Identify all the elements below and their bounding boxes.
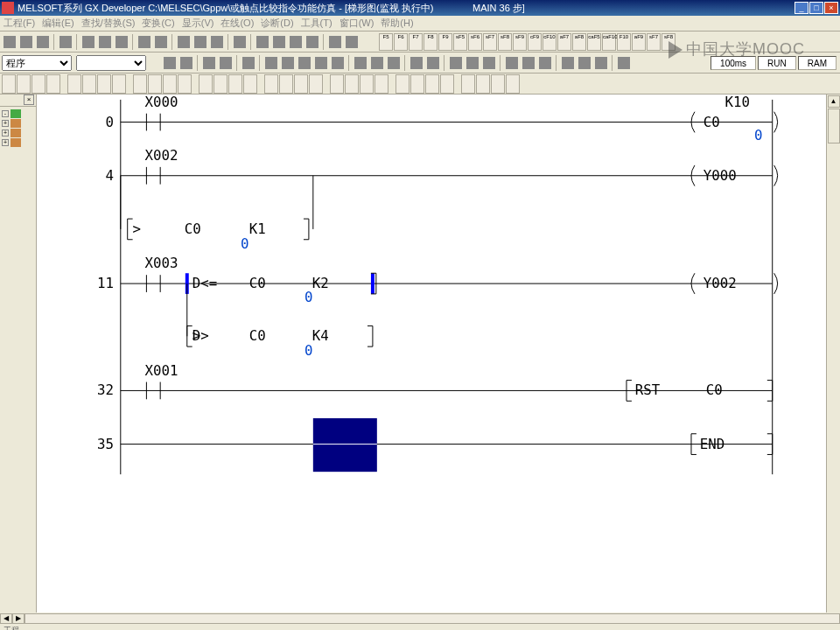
- ladder-element-btn-14[interactable]: caF5: [587, 33, 601, 51]
- minimize-button[interactable]: _: [794, 2, 808, 14]
- tb2-btn-10[interactable]: [330, 55, 346, 71]
- tb2-btn-17[interactable]: [465, 55, 480, 71]
- tool-wand-button[interactable]: [232, 34, 248, 50]
- paste-button[interactable]: [114, 34, 130, 50]
- help-button[interactable]: [344, 34, 360, 50]
- menu-item-8[interactable]: 窗口(W): [340, 17, 374, 30]
- view3-button[interactable]: [304, 34, 320, 50]
- ladder-element-btn-16[interactable]: F10: [617, 33, 631, 51]
- fkey-btn-17[interactable]: [279, 74, 293, 94]
- fkey-btn-31[interactable]: [506, 74, 520, 94]
- fkey-btn-16[interactable]: [264, 74, 278, 94]
- menu-item-3[interactable]: 变换(C): [142, 17, 174, 30]
- fkey-btn-23[interactable]: [374, 74, 388, 94]
- fkey-btn-9[interactable]: [148, 74, 162, 94]
- menu-item-5[interactable]: 在线(O): [220, 17, 254, 30]
- fkey-btn-3[interactable]: [46, 74, 60, 94]
- save-button[interactable]: [35, 34, 51, 50]
- fkey-btn-20[interactable]: [330, 74, 344, 94]
- redo-button[interactable]: [153, 34, 169, 50]
- ladder-element-btn-13[interactable]: aF8: [572, 33, 586, 51]
- fkey-btn-4[interactable]: [67, 74, 81, 94]
- view2-button[interactable]: [288, 34, 304, 50]
- scroll-left-icon[interactable]: ◀: [0, 613, 12, 624]
- vertical-scrollbar[interactable]: ▲: [826, 94, 840, 612]
- ladder-element-btn-4[interactable]: F9: [438, 33, 452, 51]
- ladder-element-btn-11[interactable]: cF10: [542, 33, 556, 51]
- fkey-btn-25[interactable]: [410, 74, 424, 94]
- ladder-element-btn-0[interactable]: F5: [379, 33, 393, 51]
- tree-item-3[interactable]: +: [2, 138, 34, 147]
- fkey-btn-1[interactable]: [17, 74, 31, 94]
- fkey-btn-19[interactable]: [309, 74, 323, 94]
- fkey-btn-30[interactable]: [491, 74, 505, 94]
- tree-item-2[interactable]: +: [2, 129, 34, 137]
- fkey-btn-2[interactable]: [32, 74, 46, 94]
- ladder-element-btn-15[interactable]: caF10: [602, 33, 616, 51]
- zoom-button[interactable]: [192, 34, 208, 50]
- menu-item-7[interactable]: 工具(T): [301, 17, 332, 30]
- tree-item-1[interactable]: +: [2, 119, 34, 128]
- menu-item-2[interactable]: 查找/替换(S): [81, 17, 136, 30]
- menu-item-6[interactable]: 诊断(D): [261, 17, 293, 30]
- ladder-element-btn-8[interactable]: sF8: [498, 33, 512, 51]
- copy-button[interactable]: [97, 34, 113, 50]
- menu-item-4[interactable]: 显示(V): [182, 17, 214, 30]
- scroll-thumb[interactable]: [828, 108, 840, 144]
- fkey-btn-7[interactable]: [112, 74, 126, 94]
- scroll-right-icon[interactable]: ▶: [12, 613, 24, 624]
- tb2-btn-23[interactable]: [577, 55, 592, 71]
- ladder-element-btn-6[interactable]: sF6: [468, 33, 482, 51]
- undo-button[interactable]: [136, 34, 152, 50]
- tb2-btn-8[interactable]: [297, 55, 312, 71]
- fkey-btn-0[interactable]: [2, 74, 16, 94]
- fkey-btn-14[interactable]: [228, 74, 242, 94]
- mode-select[interactable]: 程序: [2, 55, 72, 71]
- ladder-element-btn-7[interactable]: sF7: [483, 33, 497, 51]
- fkey-btn-13[interactable]: [214, 74, 228, 94]
- ladder-element-btn-3[interactable]: F8: [424, 33, 438, 51]
- tb2-btn-15[interactable]: [425, 55, 441, 71]
- panel-close-icon[interactable]: ×: [24, 94, 34, 105]
- close-button[interactable]: ×: [824, 2, 838, 14]
- tb2-btn-19[interactable]: [504, 55, 520, 71]
- monitor-button[interactable]: [209, 34, 225, 50]
- tb2-btn-4[interactable]: [218, 55, 234, 71]
- tb2-btn-1[interactable]: [162, 55, 178, 71]
- tree-root[interactable]: -: [2, 109, 34, 118]
- fkey-btn-6[interactable]: [97, 74, 111, 94]
- tb2-btn-25[interactable]: [616, 55, 632, 71]
- tb2-btn-13[interactable]: [386, 55, 402, 71]
- fkey-btn-15[interactable]: [243, 74, 257, 94]
- fkey-btn-11[interactable]: [178, 74, 192, 94]
- convert-button[interactable]: [255, 34, 270, 50]
- fkey-btn-28[interactable]: [461, 74, 475, 94]
- new-button[interactable]: [2, 34, 18, 50]
- ladder-element-btn-2[interactable]: F7: [409, 33, 423, 51]
- ladder-element-btn-9[interactable]: sF9: [513, 33, 527, 51]
- fkey-btn-18[interactable]: [294, 74, 308, 94]
- scroll-up-icon[interactable]: ▲: [828, 95, 840, 108]
- fkey-btn-22[interactable]: [360, 74, 374, 94]
- print-button[interactable]: [58, 34, 74, 50]
- cut-button[interactable]: [80, 34, 96, 50]
- find-button[interactable]: [176, 34, 192, 50]
- tb2-btn-9[interactable]: [313, 55, 329, 71]
- fkey-btn-27[interactable]: [440, 74, 454, 94]
- tb2-btn-12[interactable]: [369, 55, 385, 71]
- tb2-btn-20[interactable]: [521, 55, 536, 71]
- ladder-element-btn-12[interactable]: aF7: [557, 33, 571, 51]
- tb2-btn-5[interactable]: [241, 55, 256, 71]
- horizontal-scrollbar[interactable]: ◀ ▶: [0, 612, 840, 625]
- window-button[interactable]: [327, 34, 343, 50]
- fkey-btn-24[interactable]: [396, 74, 410, 94]
- ladder-editor[interactable]: 0X000C0K1004X002Y000>C0K1011X003D<=C0K20…: [37, 94, 826, 612]
- view-button[interactable]: [271, 34, 287, 50]
- tb2-btn-24[interactable]: [593, 55, 609, 71]
- tb2-btn-16[interactable]: [448, 55, 464, 71]
- menu-item-0[interactable]: 工程(F): [4, 17, 35, 30]
- tb2-btn-2[interactable]: [178, 55, 194, 71]
- open-button[interactable]: [18, 34, 34, 50]
- device-select[interactable]: [76, 55, 146, 71]
- ladder-element-btn-1[interactable]: F6: [394, 33, 408, 51]
